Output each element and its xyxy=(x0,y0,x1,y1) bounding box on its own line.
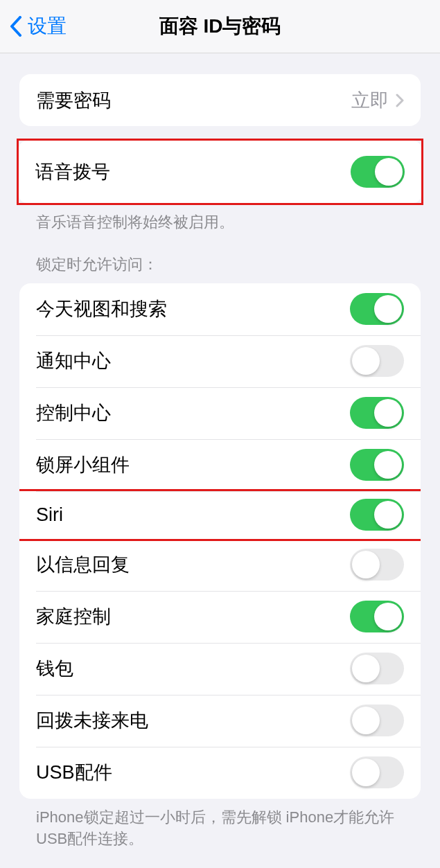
lock-item-toggle[interactable] xyxy=(350,449,404,481)
lock-item-toggle[interactable] xyxy=(350,653,404,684)
lock-item-label: 控制中心 xyxy=(36,400,350,425)
lock-item-toggle[interactable] xyxy=(350,601,404,632)
lock-item-row: 通知中心 xyxy=(19,335,421,387)
chevron-left-icon xyxy=(10,16,22,37)
back-label: 设置 xyxy=(28,13,67,39)
require-passcode-value: 立即 xyxy=(351,88,389,113)
lock-access-header: 锁定时允许访问： xyxy=(19,254,421,283)
lock-item-label: USB配件 xyxy=(36,760,350,785)
lock-item-toggle[interactable] xyxy=(350,397,404,429)
voice-dial-row: 语音拨号 xyxy=(19,141,421,203)
lock-item-toggle[interactable] xyxy=(350,345,404,377)
navigation-bar: 设置 面容 ID与密码 xyxy=(0,0,440,53)
require-passcode-row[interactable]: 需要密码 立即 xyxy=(19,74,421,126)
lock-item-toggle[interactable] xyxy=(350,756,404,788)
usb-note: iPhone锁定超过一小时后，需先解锁 iPhone才能允许USB配件连接。 xyxy=(19,799,421,850)
voice-dial-toggle[interactable] xyxy=(351,156,405,188)
lock-access-group: 今天视图和搜索通知中心控制中心锁屏小组件Siri以信息回复家庭控制钱包回拨未接来… xyxy=(19,283,421,799)
lock-item-row: Siri xyxy=(19,489,421,541)
lock-item-label: 通知中心 xyxy=(36,348,350,373)
voice-dial-note: 音乐语音控制将始终被启用。 xyxy=(19,204,421,233)
lock-item-toggle[interactable] xyxy=(350,499,404,531)
lock-item-label: Siri xyxy=(36,504,350,526)
lock-item-toggle[interactable] xyxy=(350,293,404,325)
lock-item-label: 锁屏小组件 xyxy=(36,452,350,477)
lock-item-label: 今天视图和搜索 xyxy=(36,296,350,321)
lock-item-row: USB配件 xyxy=(19,747,421,799)
lock-item-row: 家庭控制 xyxy=(19,591,421,643)
voice-dial-label: 语音拨号 xyxy=(35,159,351,184)
lock-item-row: 以信息回复 xyxy=(19,539,421,591)
require-passcode-label: 需要密码 xyxy=(36,88,351,113)
lock-item-row: 回拨未接来电 xyxy=(19,695,421,747)
lock-item-row: 锁屏小组件 xyxy=(19,439,421,491)
lock-item-label: 家庭控制 xyxy=(36,604,350,629)
lock-item-toggle[interactable] xyxy=(350,549,404,581)
lock-item-toggle[interactable] xyxy=(350,705,404,736)
chevron-right-icon xyxy=(396,94,404,107)
lock-item-label: 钱包 xyxy=(36,656,350,681)
back-button[interactable]: 设置 xyxy=(0,13,67,39)
lock-item-row: 钱包 xyxy=(19,643,421,695)
lock-item-row: 控制中心 xyxy=(19,387,421,439)
lock-item-row: 今天视图和搜索 xyxy=(19,283,421,335)
lock-item-label: 回拨未接来电 xyxy=(36,708,350,733)
lock-item-label: 以信息回复 xyxy=(36,552,350,577)
